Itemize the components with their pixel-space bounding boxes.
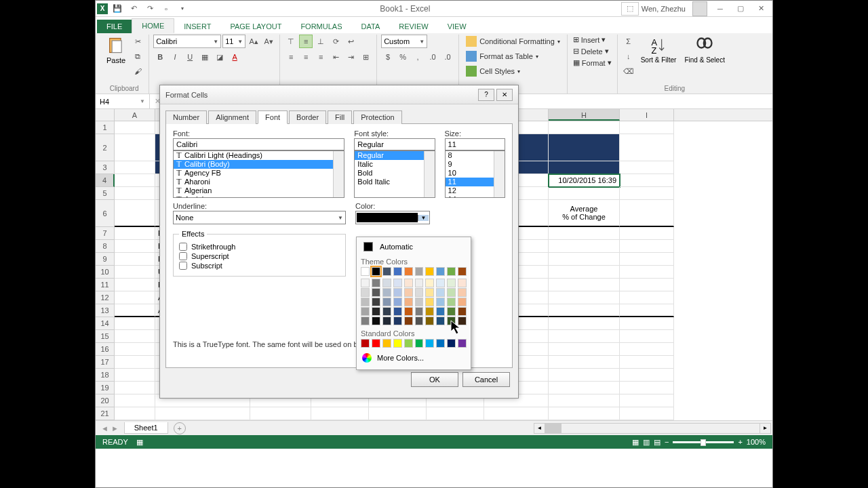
font-size-combo[interactable]: 11▼: [222, 35, 245, 48]
cell[interactable]: [549, 266, 620, 279]
color-swatch[interactable]: [436, 298, 445, 306]
cell[interactable]: [620, 227, 674, 240]
redo-icon[interactable]: ↷: [143, 2, 157, 16]
color-swatch[interactable]: [361, 317, 370, 325]
maximize-icon[interactable]: ▢: [730, 2, 751, 16]
cell[interactable]: [427, 407, 484, 420]
color-swatch[interactable]: [404, 279, 413, 287]
cell[interactable]: [620, 343, 674, 356]
cell[interactable]: [115, 187, 155, 200]
cell[interactable]: [549, 134, 620, 161]
cell[interactable]: [484, 407, 549, 420]
cell[interactable]: [549, 227, 620, 240]
tab-alignment[interactable]: Alignment: [208, 110, 256, 124]
color-swatch[interactable]: [404, 298, 413, 306]
copy-icon[interactable]: ⧉: [131, 49, 144, 63]
fill-color-icon[interactable]: ◪: [213, 50, 226, 64]
cell[interactable]: [549, 304, 620, 317]
more-colors[interactable]: More Colors...: [361, 350, 467, 365]
align-left-icon[interactable]: ≡: [284, 50, 298, 64]
color-swatch[interactable]: [425, 298, 434, 306]
zoom-level[interactable]: 100%: [747, 438, 766, 446]
row-header[interactable]: 20: [96, 394, 115, 407]
cell[interactable]: [620, 304, 674, 317]
color-swatch[interactable]: [436, 307, 445, 316]
color-swatch[interactable]: [447, 298, 456, 306]
color-swatch[interactable]: [404, 307, 413, 316]
color-swatch[interactable]: [458, 288, 467, 297]
cell[interactable]: Average% of Change: [549, 200, 620, 227]
color-swatch[interactable]: [372, 288, 380, 297]
color-swatch[interactable]: [361, 298, 370, 306]
next-sheet-icon[interactable]: ►: [111, 424, 119, 432]
color-swatch[interactable]: [361, 307, 370, 316]
cell[interactable]: [115, 343, 155, 356]
new-icon[interactable]: ▫: [159, 2, 173, 16]
cell[interactable]: [549, 343, 620, 356]
super-checkbox[interactable]: Superscript: [179, 251, 340, 261]
merge-icon[interactable]: ⊞: [359, 50, 372, 64]
find-select-button[interactable]: Find & Select: [682, 35, 727, 65]
cell[interactable]: [549, 394, 620, 407]
color-swatch[interactable]: [393, 298, 402, 306]
border-icon[interactable]: ▦: [198, 50, 212, 64]
shrink-font-icon[interactable]: A▾: [262, 35, 275, 48]
name-box[interactable]: H4▼: [96, 94, 150, 108]
tab-home[interactable]: HOME: [132, 18, 174, 33]
cell[interactable]: [549, 317, 620, 330]
cell[interactable]: [115, 174, 155, 187]
row-header[interactable]: 18: [96, 369, 115, 382]
color-swatch[interactable]: [372, 267, 380, 276]
color-swatch[interactable]: [425, 288, 434, 297]
color-swatch[interactable]: [393, 279, 402, 287]
cell[interactable]: [115, 356, 155, 369]
cell[interactable]: [620, 240, 674, 253]
number-format-combo[interactable]: Custom▼: [381, 35, 427, 48]
insert-cells-button[interactable]: ⊞ Insert ▾: [572, 35, 613, 45]
cell[interactable]: [620, 382, 674, 394]
row-header[interactable]: 8: [96, 240, 115, 253]
cell-styles-button[interactable]: Cell Styles▾: [463, 64, 563, 78]
color-swatch[interactable]: [458, 279, 467, 287]
col-header[interactable]: H: [549, 109, 620, 121]
zoom-slider[interactable]: [673, 441, 734, 443]
row-header[interactable]: 12: [96, 291, 115, 304]
cell[interactable]: [115, 317, 155, 330]
tab-fill[interactable]: Fill: [328, 110, 352, 124]
row-header[interactable]: 9: [96, 253, 115, 266]
currency-icon[interactable]: $: [381, 50, 395, 64]
font-combo[interactable]: Calibri▼: [153, 35, 221, 48]
color-swatch[interactable]: [425, 307, 434, 316]
color-swatch[interactable]: [382, 298, 391, 306]
decrease-decimal-icon[interactable]: .0: [441, 50, 454, 64]
clear-icon[interactable]: ⌫: [622, 64, 635, 78]
row-header[interactable]: 5: [96, 187, 115, 200]
close-icon[interactable]: ✕: [751, 2, 771, 16]
row-header[interactable]: 13: [96, 304, 115, 317]
color-swatch[interactable]: [436, 279, 445, 287]
row-header[interactable]: 3: [96, 161, 115, 174]
color-swatch[interactable]: [415, 267, 424, 276]
color-swatch[interactable]: [361, 267, 370, 276]
color-swatch[interactable]: [458, 298, 467, 306]
cut-icon[interactable]: ✂: [131, 35, 144, 48]
wrap-text-icon[interactable]: ↩: [344, 35, 357, 48]
row-header[interactable]: 21: [96, 407, 115, 420]
undo-icon[interactable]: ↶: [127, 2, 140, 16]
color-swatch[interactable]: [425, 267, 434, 276]
cell[interactable]: [115, 240, 155, 253]
avatar[interactable]: [692, 1, 707, 16]
cell[interactable]: [369, 407, 427, 420]
cell[interactable]: [620, 407, 674, 420]
cell[interactable]: [549, 369, 620, 382]
align-middle-icon[interactable]: ≡: [299, 35, 313, 48]
zoom-in-icon[interactable]: +: [738, 438, 742, 446]
color-swatch[interactable]: [361, 288, 370, 297]
color-swatch[interactable]: [393, 317, 402, 325]
cell[interactable]: [115, 227, 155, 240]
cell[interactable]: [115, 330, 155, 343]
color-swatch[interactable]: [372, 279, 380, 287]
zoom-out-icon[interactable]: −: [665, 438, 669, 446]
row-header[interactable]: 1: [96, 121, 115, 134]
tab-page-layout[interactable]: PAGE LAYOUT: [220, 20, 291, 33]
